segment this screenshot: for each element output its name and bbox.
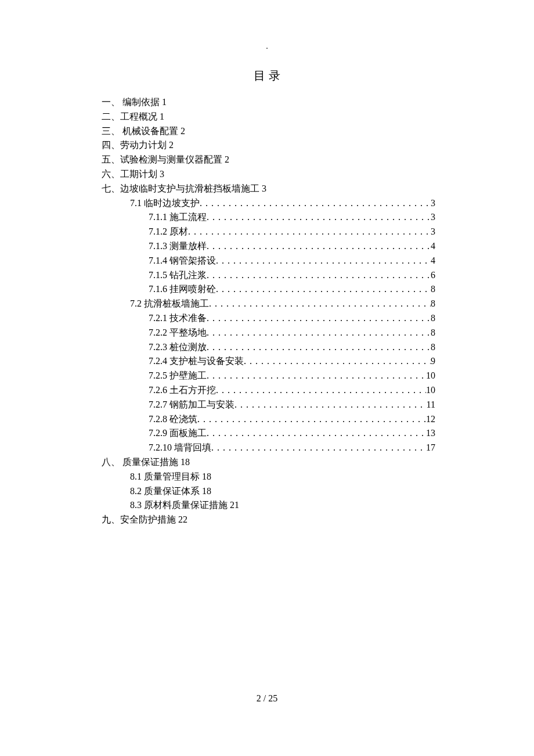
toc-entry-page: 8: [431, 297, 435, 311]
toc-entry: 7.2 抗滑桩板墙施工. . . . . . . . . . . . . . .…: [102, 297, 435, 311]
toc-entry-page: 3: [431, 210, 435, 225]
toc-entry-label: 八、 质量保证措施 18: [102, 455, 190, 470]
toc-leader-dots: . . . . . . . . . . . . . . . . . . . . …: [216, 254, 431, 268]
toc-entry-label: 7.2 抗滑桩板墙施工: [130, 297, 209, 311]
toc-leader-dots: . . . . . . . . . . . . . . . . . . . . …: [234, 398, 427, 412]
toc-entry: 7.1.4 钢管架搭设. . . . . . . . . . . . . . .…: [102, 254, 435, 268]
toc-entry-label: 7.2.4 支护桩与设备安装: [149, 354, 244, 369]
toc-leader-dots: . . . . . . . . . . . . . . . . . . . . …: [216, 282, 431, 297]
toc-entry: 7.2.2 平整场地. . . . . . . . . . . . . . . …: [102, 326, 435, 340]
toc-entry: 7.1 临时边坡支护. . . . . . . . . . . . . . . …: [102, 196, 435, 211]
toc-entry-label: 九、安全防护措施 22: [102, 513, 187, 527]
toc-entry: 7.2.6 土石方开挖. . . . . . . . . . . . . . .…: [102, 383, 435, 398]
toc-entry-page: 4: [431, 254, 435, 268]
toc-entry: 7.2.9 面板施工. . . . . . . . . . . . . . . …: [102, 426, 435, 441]
toc-leader-dots: . . . . . . . . . . . . . . . . . . . . …: [197, 412, 426, 427]
toc-leader-dots: . . . . . . . . . . . . . . . . . . . . …: [207, 340, 431, 355]
toc-leader-dots: . . . . . . . . . . . . . . . . . . . . …: [207, 268, 431, 283]
toc-entry-label: 7.1 临时边坡支护: [130, 196, 200, 211]
top-marker: .: [0, 42, 534, 51]
toc-entry: 八、 质量保证措施 18: [102, 455, 435, 470]
toc-entry-label: 8.3 原材料质量保证措施 21: [130, 498, 239, 513]
toc-entry: 8.3 原材料质量保证措施 21: [102, 498, 435, 513]
toc-entry-page: 4: [431, 239, 435, 254]
toc-entry-label: 7.1.3 测量放样: [149, 239, 207, 254]
toc-entry-label: 7.1.4 钢管架搭设: [149, 254, 216, 268]
toc-leader-dots: . . . . . . . . . . . . . . . . . . . . …: [200, 196, 431, 211]
toc-entry-label: 8.2 质量保证体系 18: [130, 484, 211, 499]
toc-entry-page: 8: [431, 340, 435, 355]
toc-entry: 五、试验检测与测量仪器配置 2: [102, 153, 435, 167]
toc-entry: 7.2.3 桩位测放. . . . . . . . . . . . . . . …: [102, 340, 435, 355]
toc-entry-label: 7.2.6 土石方开挖: [149, 383, 216, 398]
toc-entry-label: 一、 编制依据 1: [102, 95, 167, 110]
toc-entry: 七、边坡临时支护与抗滑桩挡板墙施工 3: [102, 182, 435, 196]
toc-entry: 7.1.5 钻孔注浆. . . . . . . . . . . . . . . …: [102, 268, 435, 283]
toc-entry-page: 10: [426, 369, 435, 383]
toc-leader-dots: . . . . . . . . . . . . . . . . . . . . …: [207, 426, 426, 441]
toc-entry-label: 7.2.5 护壁施工: [149, 369, 207, 383]
toc-entry-page: 3: [431, 225, 435, 239]
toc-leader-dots: . . . . . . . . . . . . . . . . . . . . …: [209, 297, 431, 311]
toc-leader-dots: . . . . . . . . . . . . . . . . . . . . …: [188, 225, 431, 239]
toc-entry-page: 17: [426, 441, 435, 455]
toc-leader-dots: . . . . . . . . . . . . . . . . . . . . …: [207, 239, 431, 254]
page-footer: 2 / 25: [0, 693, 534, 704]
toc-entry-label: 7.1.1 施工流程: [149, 210, 207, 225]
toc-entry: 一、 编制依据 1: [102, 95, 435, 110]
toc-entry-label: 7.1.6 挂网喷射砼: [149, 282, 216, 297]
toc-entry: 7.1.6 挂网喷射砼. . . . . . . . . . . . . . .…: [102, 282, 435, 297]
toc-entry-page: 8: [431, 282, 435, 297]
toc-list: 一、 编制依据 1二、工程概况 1三、 机械设备配置 2四、劳动力计划 2五、试…: [102, 95, 435, 527]
toc-leader-dots: . . . . . . . . . . . . . . . . . . . . …: [207, 311, 431, 326]
toc-entry-label: 四、劳动力计划 2: [102, 138, 174, 153]
toc-entry: 九、安全防护措施 22: [102, 513, 435, 527]
toc-entry-label: 7.2.9 面板施工: [149, 426, 207, 441]
toc-entry-page: 6: [431, 268, 435, 283]
toc-entry: 二、工程概况 1: [102, 110, 435, 124]
toc-entry-page: 8: [431, 326, 435, 340]
toc-entry-page: 13: [426, 426, 435, 441]
toc-entry: 7.2.8 砼浇筑. . . . . . . . . . . . . . . .…: [102, 412, 435, 427]
toc-entry-page: 3: [431, 196, 435, 211]
toc-entry-label: 7.2.10 墙背回填: [149, 441, 211, 455]
page-container: 目录 一、 编制依据 1二、工程概况 1三、 机械设备配置 2四、劳动力计划 2…: [0, 0, 534, 527]
toc-entry-page: 10: [426, 383, 435, 398]
toc-entry-label: 二、工程概况 1: [102, 110, 164, 124]
toc-title: 目录: [102, 67, 435, 85]
toc-entry-page: 12: [426, 412, 435, 427]
toc-entry-label: 五、试验检测与测量仪器配置 2: [102, 153, 229, 167]
toc-entry-label: 7.2.8 砼浇筑: [149, 412, 197, 427]
toc-entry: 三、 机械设备配置 2: [102, 124, 435, 139]
toc-leader-dots: . . . . . . . . . . . . . . . . . . . . …: [207, 326, 431, 340]
toc-leader-dots: . . . . . . . . . . . . . . . . . . . . …: [207, 369, 426, 383]
toc-entry-label: 三、 机械设备配置 2: [102, 124, 185, 139]
toc-entry-label: 7.2.3 桩位测放: [149, 340, 207, 355]
toc-entry: 四、劳动力计划 2: [102, 138, 435, 153]
toc-entry-label: 六、工期计划 3: [102, 167, 164, 182]
toc-leader-dots: . . . . . . . . . . . . . . . . . . . . …: [211, 441, 426, 455]
toc-entry: 7.1.3 测量放样. . . . . . . . . . . . . . . …: [102, 239, 435, 254]
toc-entry-page: 11: [427, 398, 435, 412]
toc-entry: 六、工期计划 3: [102, 167, 435, 182]
toc-entry-label: 7.2.7 钢筋加工与安装: [149, 398, 234, 412]
toc-entry-label: 七、边坡临时支护与抗滑桩挡板墙施工 3: [102, 182, 266, 196]
toc-leader-dots: . . . . . . . . . . . . . . . . . . . . …: [207, 210, 431, 225]
toc-entry: 7.1.1 施工流程. . . . . . . . . . . . . . . …: [102, 210, 435, 225]
toc-entry: 7.2.5 护壁施工. . . . . . . . . . . . . . . …: [102, 369, 435, 383]
toc-entry: 8.1 质量管理目标 18: [102, 470, 435, 484]
toc-entry-label: 7.2.2 平整场地: [149, 326, 207, 340]
toc-entry: 7.2.7 钢筋加工与安装. . . . . . . . . . . . . .…: [102, 398, 435, 412]
toc-entry-page: 8: [431, 311, 435, 326]
toc-entry: 7.2.10 墙背回填. . . . . . . . . . . . . . .…: [102, 441, 435, 455]
toc-entry-label: 7.1.2 原材: [149, 225, 188, 239]
toc-entry: 7.2.1 技术准备. . . . . . . . . . . . . . . …: [102, 311, 435, 326]
toc-leader-dots: . . . . . . . . . . . . . . . . . . . . …: [216, 383, 426, 398]
toc-entry-label: 7.1.5 钻孔注浆: [149, 268, 207, 283]
toc-entry: 8.2 质量保证体系 18: [102, 484, 435, 499]
toc-entry-label: 8.1 质量管理目标 18: [130, 470, 211, 484]
toc-entry: 7.2.4 支护桩与设备安装. . . . . . . . . . . . . …: [102, 354, 435, 369]
toc-entry-label: 7.2.1 技术准备: [149, 311, 207, 326]
toc-leader-dots: . . . . . . . . . . . . . . . . . . . . …: [244, 354, 431, 369]
toc-entry-page: 9: [431, 354, 435, 369]
